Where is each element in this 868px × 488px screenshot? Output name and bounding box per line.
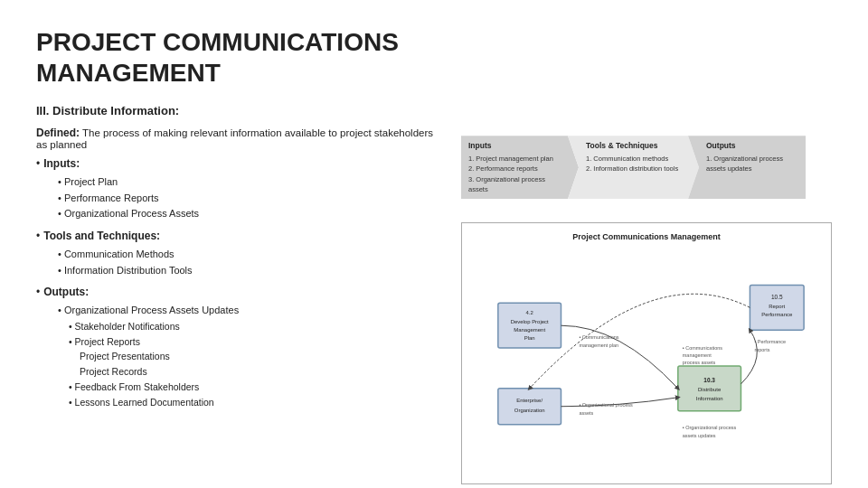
- svg-text:management plan: management plan: [579, 343, 618, 348]
- right-column: Inputs 1. Project management plan 2. Per…: [461, 127, 832, 484]
- output-sub2-item2: Project Records: [80, 364, 443, 380]
- inputs-arrow-item2: 2. Performance reports: [468, 164, 561, 174]
- outputs-sub-list2: Feedback From Stakeholders Lessons Learn…: [36, 380, 443, 410]
- svg-text:Enterprise/: Enterprise/: [516, 398, 542, 403]
- flow-diagram-title: Project Communications Management: [471, 232, 822, 241]
- bullet-tools: •: [36, 230, 40, 242]
- svg-text:process assets: process assets: [683, 360, 716, 365]
- inputs-arrow-item3: 3. Organizational process assets: [468, 174, 561, 195]
- inputs-arrow-box: Inputs 1. Project management plan 2. Per…: [461, 136, 579, 199]
- tool-item-2: Information Distribution Tools: [58, 263, 443, 279]
- svg-text:• Performance: • Performance: [754, 339, 786, 344]
- svg-rect-0: [498, 304, 561, 349]
- svg-text:Performance: Performance: [761, 312, 793, 317]
- svg-text:• Organizational process: • Organizational process: [683, 425, 737, 430]
- output-sub2-item1: Project Presentations: [80, 349, 443, 364]
- output-sub4: Lessons Learned Documentation: [69, 395, 443, 410]
- flow-content: 4.2 Develop Project Management Plan Ente…: [471, 249, 822, 474]
- bullet-outputs: •: [36, 286, 40, 298]
- tools-list: Communication Methods Information Distri…: [36, 247, 443, 278]
- svg-text:reports: reports: [754, 347, 769, 352]
- output-main: Organizational Process Assets Updates: [58, 303, 443, 319]
- tools-arrow-item2: 2. Information distribution tools: [586, 164, 681, 174]
- title-line1: PROJECT COMMUNICATIONS: [36, 28, 399, 56]
- svg-rect-8: [678, 366, 741, 411]
- inputs-list: Project Plan Performance Reports Organiz…: [36, 174, 443, 222]
- output-sub1: Stakeholder Notifications: [69, 319, 443, 334]
- svg-rect-12: [750, 286, 804, 331]
- tools-arrow-title: Tools & Techniques: [586, 141, 681, 150]
- flow-svg: 4.2 Develop Project Management Plan Ente…: [471, 249, 822, 474]
- slide-title: PROJECT COMMUNICATIONS MANAGEMENT: [36, 27, 832, 88]
- defined-section: Defined: The process of making relevant …: [36, 127, 443, 150]
- input-item-3: Organizational Process Assets: [58, 206, 443, 222]
- arrow-diagram: Inputs 1. Project management plan 2. Per…: [461, 127, 832, 208]
- tools-section: • Tools and Techniques: Communication Me…: [36, 230, 443, 278]
- svg-text:10.5: 10.5: [771, 295, 783, 301]
- tools-arrow-box: Tools & Techniques 1. Communication meth…: [568, 136, 699, 199]
- tool-item-1: Communication Methods: [58, 247, 443, 263]
- svg-text:4.2: 4.2: [526, 310, 534, 315]
- svg-text:• Communications: • Communications: [683, 345, 722, 351]
- input-item-2: Performance Reports: [58, 191, 443, 207]
- outputs-arrow-box: Outputs 1. Organizational process assets…: [688, 136, 806, 199]
- outputs-label: Outputs:: [43, 286, 89, 298]
- svg-text:Management: Management: [514, 327, 545, 333]
- content-area: Defined: The process of making relevant …: [36, 127, 832, 484]
- section-header: III. Distribute Information:: [36, 104, 832, 117]
- svg-text:assets updates: assets updates: [683, 433, 716, 438]
- output-sub3: Feedback From Stakeholders: [69, 380, 443, 395]
- outputs-arrow-title: Outputs: [706, 141, 798, 150]
- outputs-sub-list: Stakeholder Notifications Project Report…: [36, 319, 443, 350]
- inputs-section: • Inputs: Project Plan Performance Repor…: [36, 157, 443, 222]
- outputs-arrow-item1: 1. Organizational process assets updates: [706, 154, 798, 174]
- defined-text: The process of making relevant informati…: [36, 127, 433, 150]
- svg-text:Plan: Plan: [524, 335, 535, 341]
- bullet-inputs: •: [36, 157, 40, 170]
- inputs-label: Inputs:: [43, 157, 80, 170]
- outputs-sub-sub-list: Project Presentations Project Records: [36, 349, 443, 380]
- left-column: Defined: The process of making relevant …: [36, 127, 443, 484]
- svg-text:10.3: 10.3: [703, 377, 715, 383]
- tools-label: Tools and Techniques:: [43, 230, 160, 242]
- tools-arrow-item1: 1. Communication methods: [586, 154, 681, 164]
- svg-text:Information: Information: [696, 396, 723, 401]
- svg-text:Organization: Organization: [514, 408, 545, 413]
- svg-text:Report: Report: [769, 304, 785, 309]
- svg-text:• Communications: • Communications: [579, 334, 618, 340]
- input-item-1: Project Plan: [58, 174, 443, 191]
- svg-text:Develop Project: Develop Project: [511, 319, 549, 324]
- svg-text:Distribute: Distribute: [698, 387, 722, 392]
- svg-text:• Organizational process: • Organizational process: [579, 402, 633, 408]
- outputs-list: Organizational Process Assets Updates: [36, 303, 443, 319]
- inputs-arrow-title: Inputs: [468, 141, 561, 150]
- flow-diagram: Project Communications Management 4.2 De…: [461, 222, 832, 484]
- svg-text:management: management: [683, 352, 712, 358]
- slide: PROJECT COMMUNICATIONS MANAGEMENT III. D…: [0, 0, 868, 488]
- svg-text:assets: assets: [579, 410, 593, 416]
- title-line2: MANAGEMENT: [36, 59, 221, 87]
- outputs-section: • Outputs: Organizational Process Assets…: [36, 286, 443, 409]
- output-sub2: Project Reports: [69, 334, 443, 350]
- defined-label: Defined:: [36, 127, 80, 139]
- inputs-arrow-item1: 1. Project management plan: [468, 154, 561, 164]
- svg-rect-5: [498, 389, 561, 425]
